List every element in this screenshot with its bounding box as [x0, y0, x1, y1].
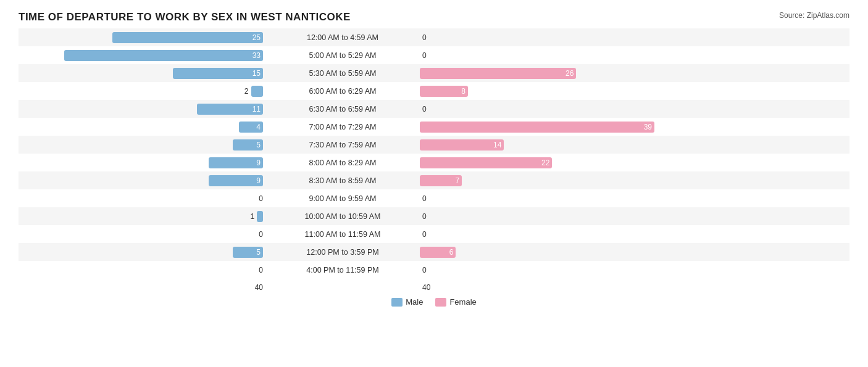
left-half: 25 [19, 28, 265, 46]
female-bar: 39 [420, 122, 654, 133]
female-bar: 14 [420, 139, 504, 151]
male-value: 15 [250, 69, 263, 78]
left-half: 1 [19, 207, 265, 225]
female-value: 0 [422, 51, 427, 60]
center-label: 6:30 AM to 6:59 AM [265, 105, 420, 113]
table-row: 0 9:00 AM to 9:59 AM 0 [19, 189, 849, 207]
female-bar: 7 [420, 175, 462, 186]
female-value: 0 [422, 194, 427, 203]
right-half: 6 [420, 243, 667, 261]
left-half: 0 [19, 189, 265, 207]
male-value: 9 [254, 159, 263, 167]
right-half: 22 [420, 154, 667, 171]
male-bar: 33 [64, 50, 263, 61]
center-label: 9:00 AM to 9:59 AM [265, 194, 420, 203]
center-label: 8:00 AM to 8:29 AM [265, 159, 420, 167]
male-value: 4 [254, 123, 263, 131]
male-bar: 15 [173, 68, 263, 79]
male-bar: 11 [197, 104, 263, 115]
center-label: 6:00 AM to 6:29 AM [265, 87, 420, 96]
male-bar: 9 [209, 175, 263, 186]
male-legend-label: Male [406, 297, 423, 307]
center-label: 7:30 AM to 7:59 AM [265, 141, 420, 149]
male-bar-wrap: 2 [244, 86, 263, 97]
table-row: 25 12:00 AM to 4:59 AM 0 [19, 28, 849, 46]
axis-left: 40 [19, 283, 265, 292]
axis-row: 40 40 [19, 281, 849, 294]
table-row: 9 8:00 AM to 8:29 AM 22 [19, 154, 849, 171]
male-value: 1 [251, 212, 257, 221]
male-value: 5 [254, 141, 263, 149]
chart-body: 25 12:00 AM to 4:59 AM 0 33 5:00 AM to 5… [19, 28, 849, 279]
female-value: 0 [422, 212, 427, 221]
left-half: 5 [19, 243, 265, 261]
table-row: 15 5:30 AM to 5:59 AM 26 [19, 64, 849, 82]
female-value: 7 [453, 176, 462, 185]
right-half: 0 [420, 46, 667, 64]
center-label: 5:30 AM to 5:59 AM [265, 69, 420, 78]
center-label: 11:00 AM to 11:59 AM [265, 230, 420, 239]
center-label: 5:00 AM to 5:29 AM [265, 51, 420, 60]
female-value: 8 [459, 87, 468, 96]
center-label: 8:30 AM to 8:59 AM [265, 176, 420, 185]
left-half: 9 [19, 171, 265, 189]
female-legend-label: Female [449, 297, 476, 307]
left-half: 5 [19, 136, 265, 154]
table-row: 2 6:00 AM to 6:29 AM 8 [19, 82, 849, 100]
right-half: 0 [420, 100, 667, 118]
male-bar: 9 [209, 157, 263, 168]
male-value: 0 [259, 194, 263, 203]
table-row: 1 10:00 AM to 10:59 AM 0 [19, 207, 849, 225]
table-row: 11 6:30 AM to 6:59 AM 0 [19, 100, 849, 118]
male-value: 25 [250, 33, 263, 42]
table-row: 5 7:30 AM to 7:59 AM 14 [19, 136, 849, 154]
source-text: Source: ZipAtlas.com [779, 11, 849, 20]
center-label: 10:00 AM to 10:59 AM [265, 212, 420, 221]
right-half: 0 [420, 189, 667, 207]
female-bar: 26 [420, 68, 576, 79]
female-bar: 6 [420, 247, 456, 258]
right-half: 0 [420, 261, 667, 279]
center-label: 12:00 PM to 3:59 PM [265, 248, 420, 257]
female-value: 6 [447, 248, 456, 257]
left-half: 9 [19, 154, 265, 171]
legend-male: Male [391, 297, 423, 307]
legend: Male Female [19, 297, 849, 307]
female-legend-box [435, 298, 446, 307]
female-value: 26 [563, 69, 576, 78]
table-row: 0 4:00 PM to 11:59 PM 0 [19, 261, 849, 279]
left-half: 0 [19, 261, 265, 279]
male-bar-wrap: 1 [251, 211, 263, 222]
table-row: 0 11:00 AM to 11:59 AM 0 [19, 225, 849, 243]
legend-female: Female [435, 297, 476, 307]
center-label: 4:00 PM to 11:59 PM [265, 266, 420, 274]
right-half: 39 [420, 118, 667, 136]
left-half: 15 [19, 64, 265, 82]
right-half: 14 [420, 136, 667, 154]
female-value: 0 [422, 230, 427, 239]
center-label: 7:00 AM to 7:29 AM [265, 123, 420, 131]
center-label: 12:00 AM to 4:59 AM [265, 33, 420, 42]
female-value: 14 [491, 141, 504, 149]
right-half: 8 [420, 82, 667, 100]
female-bar: 22 [420, 157, 552, 168]
male-bar [251, 86, 263, 97]
female-value: 39 [641, 123, 654, 131]
right-half: 0 [420, 225, 667, 243]
female-bar: 8 [420, 86, 468, 97]
female-value: 0 [422, 33, 427, 42]
left-half: 11 [19, 100, 265, 118]
male-bar: 5 [233, 247, 263, 258]
right-half: 26 [420, 64, 667, 82]
male-value: 33 [250, 51, 263, 60]
chart-container: TIME OF DEPARTURE TO WORK BY SEX IN WEST… [0, 0, 868, 367]
male-value: 0 [259, 266, 263, 274]
chart-title: TIME OF DEPARTURE TO WORK BY SEX IN WEST… [19, 11, 849, 23]
male-value: 5 [254, 248, 263, 257]
male-bar: 25 [112, 32, 263, 43]
left-half: 0 [19, 225, 265, 243]
right-half: 7 [420, 171, 667, 189]
left-half: 2 [19, 82, 265, 100]
table-row: 5 12:00 PM to 3:59 PM 6 [19, 243, 849, 261]
female-value: 22 [539, 159, 552, 167]
